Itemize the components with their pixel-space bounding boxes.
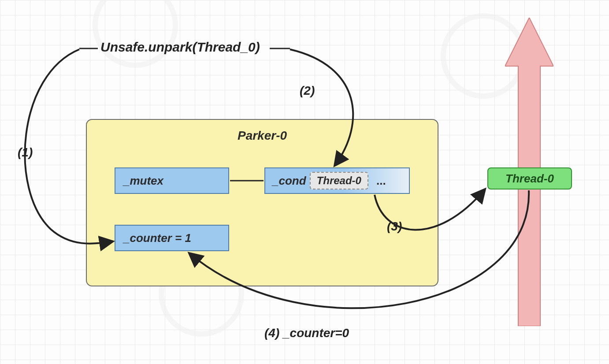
thread-active-box: Thread-0 — [487, 167, 572, 189]
step-4-label: (4) _counter=0 — [264, 326, 349, 340]
mutex-box: _mutex — [115, 167, 229, 194]
cond-dots: ... — [376, 174, 386, 188]
counter-box: _counter = 1 — [115, 225, 229, 251]
unpark-call-label: Unsafe.unpark(Thread_0) — [100, 40, 260, 55]
cond-box: _cond Thread-0 ... — [264, 167, 410, 194]
parker-title: Parker-0 — [87, 129, 438, 143]
thread-active-label: Thread-0 — [505, 172, 554, 186]
parker-container: Parker-0 — [86, 119, 438, 286]
cond-thread-label: Thread-0 — [317, 175, 361, 187]
mutex-label: _mutex — [123, 174, 163, 188]
step-2-label: (2) — [300, 84, 315, 98]
cond-thread-chip: Thread-0 — [310, 172, 368, 189]
counter-label: _counter = 1 — [123, 231, 191, 245]
cond-label: _cond — [272, 174, 306, 188]
step-1-label: (1) — [18, 145, 33, 160]
step-3-label: (3) — [387, 219, 402, 234]
